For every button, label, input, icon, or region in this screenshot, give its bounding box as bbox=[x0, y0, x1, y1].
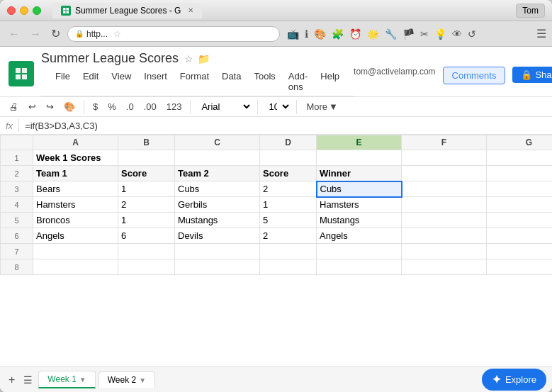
cell-D5[interactable]: 5 bbox=[260, 213, 317, 228]
explore-button[interactable]: ✦ Explore bbox=[482, 369, 546, 391]
print-button[interactable]: 🖨 bbox=[6, 99, 22, 114]
cell-D8[interactable] bbox=[260, 259, 317, 275]
menu-insert[interactable]: Insert bbox=[138, 69, 173, 94]
forward-button[interactable]: → bbox=[27, 26, 44, 42]
cell-A7[interactable] bbox=[33, 244, 118, 259]
clock-icon[interactable]: ⏰ bbox=[349, 28, 361, 40]
add-sheet-button[interactable]: + bbox=[6, 371, 18, 389]
cell-G5[interactable] bbox=[487, 213, 553, 228]
number-format-button[interactable]: 123 bbox=[163, 99, 186, 114]
col-header-D[interactable]: D bbox=[260, 135, 317, 150]
menu-data[interactable]: Data bbox=[216, 69, 247, 94]
cell-G3[interactable] bbox=[487, 181, 553, 197]
col-header-G[interactable]: G bbox=[487, 135, 553, 150]
menu-file[interactable]: File bbox=[50, 69, 76, 94]
cell-F1[interactable] bbox=[402, 150, 487, 166]
cell-C5[interactable]: Mustangs bbox=[175, 213, 260, 228]
cell-B6[interactable]: 6 bbox=[118, 228, 175, 244]
currency-button[interactable]: $ bbox=[89, 99, 101, 114]
cell-C8[interactable] bbox=[175, 259, 260, 275]
menu-addons[interactable]: Add-ons bbox=[283, 69, 313, 94]
cell-B7[interactable] bbox=[118, 244, 175, 259]
cell-A5[interactable]: Broncos bbox=[33, 213, 118, 228]
cell-G2[interactable] bbox=[487, 166, 553, 181]
cell-A8[interactable] bbox=[33, 259, 118, 275]
sheet-tab-week2[interactable]: Week 2 ▼ bbox=[98, 371, 155, 388]
cell-F7[interactable] bbox=[402, 244, 487, 259]
cell-D7[interactable] bbox=[260, 244, 317, 259]
cell-E3[interactable]: Cubs bbox=[317, 181, 402, 197]
cell-B1[interactable] bbox=[118, 150, 175, 166]
cell-A4[interactable]: Hamsters bbox=[33, 197, 118, 213]
profile-button[interactable]: Tom bbox=[516, 4, 545, 18]
reload-button[interactable]: ↻ bbox=[48, 26, 63, 42]
cell-C2[interactable]: Team 2 bbox=[175, 166, 260, 181]
cell-C1[interactable] bbox=[175, 150, 260, 166]
cell-E5[interactable]: Mustangs bbox=[317, 213, 402, 228]
size-select[interactable]: 10 bbox=[263, 99, 291, 114]
cast-icon[interactable]: 📺 bbox=[287, 28, 299, 40]
percent-button[interactable]: % bbox=[104, 99, 120, 114]
cell-B8[interactable] bbox=[118, 259, 175, 275]
col-header-F[interactable]: F bbox=[402, 135, 487, 150]
cell-F2[interactable] bbox=[402, 166, 487, 181]
font-select[interactable]: Arial bbox=[196, 99, 252, 114]
spreadsheet[interactable]: A B C D E F G 1 Week 1 Scor bbox=[0, 135, 552, 366]
cell-A1[interactable]: Week 1 Scores bbox=[33, 150, 118, 166]
menu-view[interactable]: View bbox=[106, 69, 137, 94]
col-header-E[interactable]: E bbox=[317, 135, 402, 150]
sheet-tab-week1[interactable]: Week 1 ▼ bbox=[38, 371, 95, 388]
share-button[interactable]: 🔒 Share bbox=[512, 67, 552, 83]
extension-icon[interactable]: 🧩 bbox=[332, 28, 344, 40]
cell-E8[interactable] bbox=[317, 259, 402, 275]
cell-F8[interactable] bbox=[402, 259, 487, 275]
cell-F4[interactable] bbox=[402, 197, 487, 213]
color-picker-icon[interactable]: 🎨 bbox=[314, 28, 326, 40]
cell-E4[interactable]: Hamsters bbox=[317, 197, 402, 213]
undo-button[interactable]: ↩ bbox=[25, 99, 40, 114]
refresh2-icon[interactable]: ↺ bbox=[468, 28, 476, 40]
cell-C6[interactable]: Devils bbox=[175, 228, 260, 244]
cell-A6[interactable]: Angels bbox=[33, 228, 118, 244]
cell-D2[interactable]: Score bbox=[260, 166, 317, 181]
cell-G6[interactable] bbox=[487, 228, 553, 244]
cell-G8[interactable] bbox=[487, 259, 553, 275]
cell-E6[interactable]: Angels bbox=[317, 228, 402, 244]
cell-F6[interactable] bbox=[402, 228, 487, 244]
hammer-icon[interactable]: 🔧 bbox=[385, 28, 397, 40]
cell-G4[interactable] bbox=[487, 197, 553, 213]
cell-B4[interactable]: 2 bbox=[118, 197, 175, 213]
cell-D4[interactable]: 1 bbox=[260, 197, 317, 213]
folder-icon[interactable]: 📁 bbox=[198, 53, 210, 65]
cell-B5[interactable]: 1 bbox=[118, 213, 175, 228]
col-header-B[interactable]: B bbox=[118, 135, 175, 150]
decimal-dec-button[interactable]: .0 bbox=[123, 99, 137, 114]
spreadsheet-title[interactable]: Summer League Scores bbox=[41, 51, 179, 66]
cell-A2[interactable]: Team 1 bbox=[33, 166, 118, 181]
cell-B3[interactable]: 1 bbox=[118, 181, 175, 197]
more-button[interactable]: More ▼ bbox=[302, 99, 342, 114]
bulb-icon[interactable]: 💡 bbox=[434, 28, 446, 40]
info-icon[interactable]: ℹ bbox=[305, 28, 308, 40]
eye-icon[interactable]: 👁 bbox=[452, 28, 462, 40]
cell-G7[interactable] bbox=[487, 244, 553, 259]
formula-text[interactable]: =if(B3>D3,A3,C3) bbox=[25, 121, 98, 131]
cell-E1[interactable] bbox=[317, 150, 402, 166]
cell-E2[interactable]: Winner bbox=[317, 166, 402, 181]
cell-D3[interactable]: 2 bbox=[260, 181, 317, 197]
cell-D6[interactable]: 2 bbox=[260, 228, 317, 244]
col-header-C[interactable]: C bbox=[175, 135, 260, 150]
cell-D1[interactable] bbox=[260, 150, 317, 166]
maximize-button[interactable] bbox=[33, 6, 41, 15]
cell-C4[interactable]: Gerbils bbox=[175, 197, 260, 213]
cell-G1[interactable] bbox=[487, 150, 553, 166]
col-header-A[interactable]: A bbox=[33, 135, 118, 150]
menu-format[interactable]: Format bbox=[174, 69, 215, 94]
comments-button[interactable]: Comments bbox=[443, 67, 506, 84]
scissors-icon[interactable]: ✂ bbox=[420, 28, 429, 40]
cell-E7[interactable] bbox=[317, 244, 402, 259]
cell-C3[interactable]: Cubs bbox=[175, 181, 260, 197]
address-input[interactable]: 🔒 http... ☆ bbox=[67, 26, 280, 42]
cell-A3[interactable]: Bears bbox=[33, 181, 118, 197]
close-button[interactable] bbox=[7, 6, 16, 15]
